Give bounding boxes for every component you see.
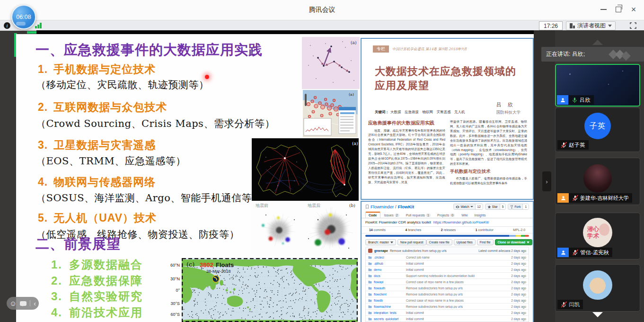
github-repo-header: Flowminder / FlowKit Watch 12 Star 5 For… (362, 202, 533, 211)
repo-file-row: integration_testsInitial commit2 days ag… (366, 309, 529, 315)
mic-muted-icon (572, 249, 578, 256)
avatar: 子英 (584, 113, 611, 139)
participant-tile-luxin[interactable]: 吕欣 (555, 64, 640, 107)
participant-name: 赵子英 (569, 142, 585, 149)
folder-icon (368, 256, 372, 259)
figure-trajectory-plot: (a) (302, 37, 360, 89)
stat-releases: 2releases (441, 228, 456, 232)
restore-button[interactable] (611, 3, 626, 16)
folder-icon (368, 317, 372, 321)
close-button[interactable]: × (626, 3, 641, 16)
article-title: 大数据技术在应急救援领域的应用及展望 (375, 64, 522, 92)
laser-pointer-dot (205, 75, 209, 79)
floats-count: 3802 (200, 261, 213, 268)
repo-social-buttons: Watch 12 Star 5 Fork 1 (453, 204, 529, 210)
scroll-up-arrow[interactable] (592, 40, 603, 45)
stat-license: MPL-2.0 (513, 228, 525, 232)
eye-icon (456, 206, 459, 208)
floats-title: Floats (216, 261, 234, 268)
minimize-button[interactable] (596, 3, 611, 16)
article-body: 应急救援事件的大数据应用实践 地震、海啸、战乱等灾害事件每年都对世界各国的经济和… (368, 119, 527, 197)
collapse-pill-icon[interactable]: ‹ (34, 300, 36, 307)
upload-files-button: Upload files (454, 239, 476, 245)
host-badge (557, 248, 569, 257)
file-commit-time: 2 days ago (511, 299, 526, 302)
slide-item-4-sub: （SOSUS、海洋监测、Argo、智能手机通信等） (36, 191, 262, 205)
participant-label: 管信-孟宪秋 (557, 248, 612, 257)
participant-tile-zhaoziying[interactable]: 子英 赵子英 (555, 107, 640, 152)
repo-stats-bar: 14commits 4branches 2releases 1contribut… (362, 226, 533, 233)
slide-outlook-1: 1.多源数据融合 (51, 257, 143, 272)
participant-tile-yankai[interactable]: 闫凯 (555, 264, 640, 312)
participant-name: 姜建华-吉林财经大学 (580, 195, 629, 202)
clone-or-download-button: Clone or download (495, 239, 533, 245)
network-signal-icon (35, 23, 42, 28)
figure-floats-map: (c) 3802 Floats 28-Mar-2018 (182, 258, 358, 322)
figure-a1-label: (a) (351, 40, 356, 45)
view-mode-selector[interactable]: 演讲者视图 (566, 21, 616, 30)
fork-icon (510, 205, 513, 209)
watch-button: Watch 12 (453, 204, 483, 210)
article-paragraph: 作为覆盖人群最广、使用最便捷的移动传感设备，手机通信数据可以被用来在应急突发事件… (450, 176, 527, 186)
tab-wiki: Wiki (459, 213, 470, 218)
folder-icon (368, 299, 372, 302)
emoji-reaction-icon[interactable]: ☺ (9, 300, 17, 307)
file-commit-time: 2 days ago (511, 317, 526, 321)
folder-icon (368, 280, 372, 284)
person-icon (560, 97, 566, 103)
scroll-down-arrow[interactable] (592, 312, 603, 317)
folder-icon (368, 262, 372, 265)
meeting-info-button[interactable]: i (2, 21, 12, 30)
timer-text: 06:08 (16, 14, 31, 20)
video-speckle (569, 73, 571, 75)
file-commit-message: Remove subdirectories from setup.py urls (406, 305, 509, 308)
chat-bubble-icon[interactable] (20, 301, 26, 306)
article-column-2: 理提供了新的思路。随着移动互联网、卫星遥感、物联网、无人机等的广泛应用，各种社会… (450, 119, 527, 197)
file-commit-message: Initial commit (406, 268, 509, 271)
article-affiliation: 国防科技大学 (496, 110, 520, 116)
mic-muted-icon (572, 195, 578, 202)
sidebar-collapse-button[interactable]: › (542, 171, 551, 191)
figure-a3-label: (a) (352, 141, 358, 146)
commit-avatar (368, 249, 372, 253)
article-section2-heading: 手机数据与定位技术 (450, 168, 527, 175)
file-commit-time: 2 days ago (511, 262, 526, 265)
file-name: flowclient (374, 293, 404, 296)
article-column-1: 应急救援事件的大数据应用实践 地震、海啸、战乱等灾害事件每年都对世界各国的经济和… (368, 119, 445, 197)
participant-label: 闫凯 (557, 300, 583, 309)
file-commit-time: 2 days ago (511, 256, 526, 259)
commit-user: greenape (374, 249, 388, 252)
mic-muted-icon (561, 301, 567, 308)
participant-tile-jiangjianhua[interactable]: 姜建华-吉林财经大学 (555, 158, 640, 205)
github-repo-screenshot: Flowminder / FlowKit Watch 12 Star 5 For… (361, 201, 534, 322)
tab-issues: Issues2 (381, 213, 402, 218)
file-name: demo (374, 268, 404, 271)
close-icon: × (631, 5, 636, 14)
file-name: flowauth (374, 286, 404, 290)
latest-commit-bar: greenape Remove subdirectories from setu… (365, 247, 529, 254)
file-commit-time: 2 days ago (511, 280, 526, 284)
file-commit-message: Correct case of repo name in a few place… (406, 299, 509, 302)
restore-icon (616, 7, 621, 12)
branch-selector: Branch: master (365, 239, 396, 245)
file-commit-time: 2 days ago (511, 268, 526, 271)
fullscreen-button[interactable] (628, 21, 638, 30)
file-commit-time: 2 days ago (511, 305, 526, 308)
repo-actions-row: Branch: master New pull request Create n… (362, 238, 533, 247)
stat-commits: 14commits (369, 228, 386, 232)
article-paragraph: 地震、海啸、战乱等灾害事件每年都对世界各国的经济和社会发展产生巨大影响。红十字会… (368, 128, 445, 185)
repo-file-row: flowauthRemove subdirectories from setup… (366, 285, 529, 291)
speaking-toast-text: 正在讲话: 吕欣; (546, 50, 585, 58)
person-icon (560, 195, 566, 201)
folder-icon (368, 274, 372, 277)
find-file-button: Find file (477, 239, 494, 245)
participant-tile-guanxin[interactable]: 潜心学术 管信-孟宪秋 (555, 213, 640, 259)
repo-file-row: flowclientRemove subdirectories from set… (366, 291, 529, 297)
article-section1-heading: 应急救援事件的大数据应用实践 (368, 119, 445, 127)
person-icon (560, 250, 566, 256)
speaking-toast: 正在讲话: 吕欣; (541, 47, 644, 62)
meeting-timer-bubble[interactable]: 06:08 (11, 5, 36, 29)
article-author: 吕 欣 (496, 101, 520, 108)
slide-outlook-3: 3.自然实验研究 (51, 289, 143, 304)
floats-date: 28-Mar-2018 (206, 269, 231, 274)
